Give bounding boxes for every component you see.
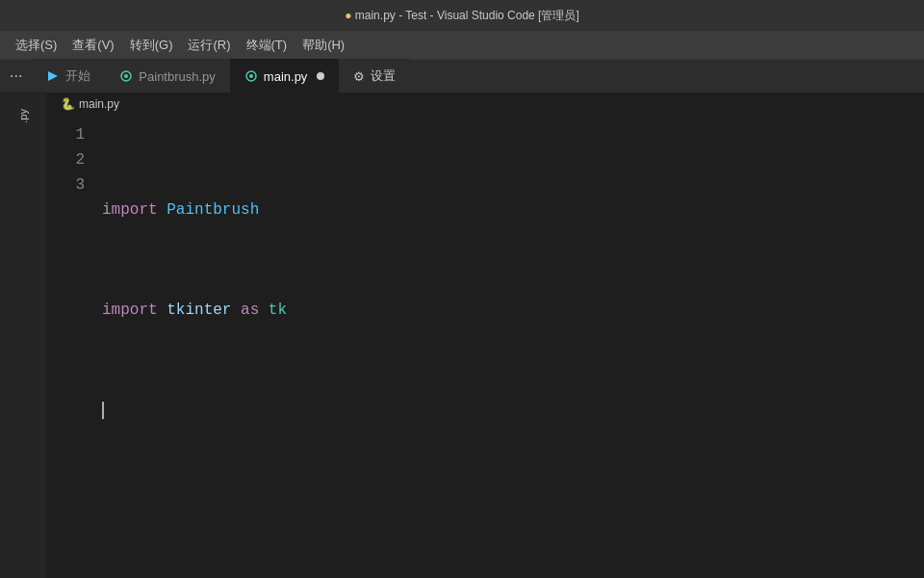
code-editor[interactable]: import Paintbrush import tkinter as tk [94,122,924,578]
tab-settings-label: 设置 [371,67,396,85]
menu-help[interactable]: 帮助(H) [295,33,352,58]
tab-mainpy-label: main.py [264,69,308,84]
start-icon [46,69,60,83]
paintbrush-module: Paintbrush [167,197,259,223]
code-line-1: import Paintbrush [102,197,924,223]
editor-body[interactable]: 1 2 3 import Paintbrush import tkinter a… [46,115,924,578]
title-bar-text: ● main.py - Test - Visual Studio Code [管… [345,8,579,24]
svg-point-2 [124,74,128,78]
text-cursor [102,402,104,419]
svg-point-4 [249,74,253,78]
menu-view[interactable]: 查看(V) [64,33,121,58]
tk-alias: tk [269,298,287,323]
tab-bar: ··· 开始 Paintbrush.py main.py [0,60,924,93]
menu-bar: 选择(S) 查看(V) 转到(G) 运行(R) 终端(T) 帮助(H) [0,31,924,60]
line-num-2: 2 [46,147,85,172]
mainpy-icon [244,69,258,83]
import-keyword-2: import [102,298,167,323]
breadcrumb-icon: 🐍 [61,97,75,111]
import-keyword-1: import [102,197,167,223]
tab-paintbrush[interactable]: Paintbrush.py [105,59,230,92]
tab-more-button[interactable]: ··· [0,59,32,92]
title-bar-label: main.py - Test - Visual Studio Code [管理员… [351,9,578,22]
settings-icon: ⚙ [353,69,365,84]
line-num-1: 1 [46,122,85,147]
svg-marker-0 [48,71,58,81]
line-num-3: 3 [46,172,85,197]
code-line-2: import tkinter as tk [102,298,924,323]
sidebar: .py [0,93,46,578]
main-area: .py 🐍 main.py 1 2 3 import Paintbrush [0,93,924,578]
tkinter-module: tkinter [167,298,231,323]
tab-unsaved-dot [317,72,324,80]
menu-run[interactable]: 运行(R) [180,33,238,58]
tab-start[interactable]: 开始 [32,59,105,92]
line-numbers: 1 2 3 [46,122,94,578]
menu-terminal[interactable]: 终端(T) [239,33,295,58]
tab-mainpy[interactable]: main.py [230,59,340,92]
code-line-3[interactable] [102,398,924,423]
paintbrush-icon [119,69,133,83]
as-keyword: as [231,298,268,323]
tab-paintbrush-label: Paintbrush.py [139,69,216,84]
title-bar: ● main.py - Test - Visual Studio Code [管… [0,0,924,31]
sidebar-label: .py [15,101,31,131]
breadcrumb: 🐍 main.py [46,93,924,115]
tab-settings[interactable]: ⚙ 设置 [339,59,410,92]
menu-goto[interactable]: 转到(G) [122,33,181,58]
menu-select[interactable]: 选择(S) [8,33,64,58]
editor-container: 🐍 main.py 1 2 3 import Paintbrush import… [46,93,924,578]
tab-start-label: 开始 [65,67,90,85]
breadcrumb-text: main.py [79,97,119,111]
